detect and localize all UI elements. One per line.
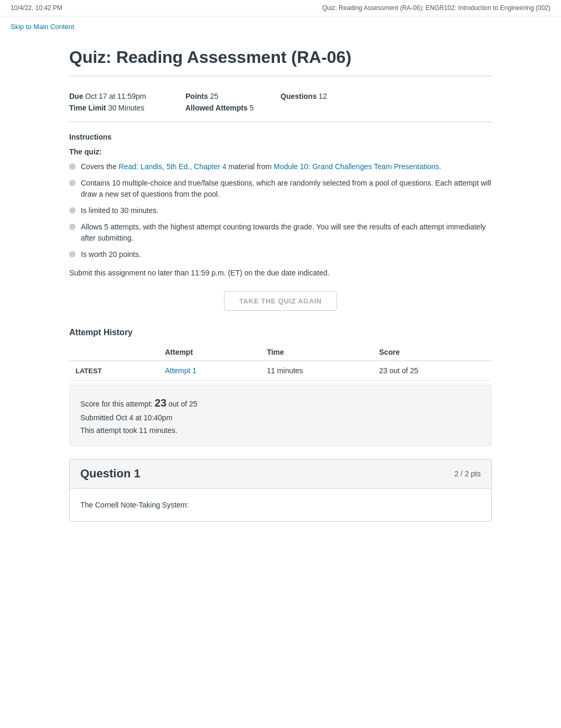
question1-title: Question 1 bbox=[80, 467, 141, 481]
allowed-attempts-label: Allowed Attempts bbox=[185, 104, 248, 112]
due-value: Oct 17 at 11:59pm bbox=[85, 92, 146, 100]
bullet-dot-icon bbox=[69, 224, 76, 230]
question1-section: Question 1 2 / 2 pts The Cornell Note-Ta… bbox=[69, 459, 492, 522]
time-cell: 11 minutes bbox=[260, 361, 373, 381]
list-item: Is limited to 30 minutes. bbox=[69, 205, 492, 216]
list-item: Is worth 20 points. bbox=[69, 249, 492, 260]
time-limit-meta: Time Limit 30 Minutes bbox=[69, 104, 185, 112]
col-header-time: Time bbox=[260, 344, 373, 361]
attempt1-link[interactable]: Attempt 1 bbox=[165, 366, 197, 375]
bullet-dot-icon bbox=[69, 163, 76, 170]
allowed-attempts-meta: Allowed Attempts 5 bbox=[185, 104, 280, 112]
page-title-topbar: Quiz: Reading Assessment (RA-06): ENGR10… bbox=[322, 4, 550, 12]
list-item: Allows 5 attempts, with the highest atte… bbox=[69, 222, 492, 244]
points-value: 25 bbox=[210, 92, 219, 100]
chapter4-link[interactable]: Read: Landis, 5th Ed., Chapter 4 bbox=[119, 162, 227, 171]
attempt-score-box: Score for this attempt: 23 out of 25 Sub… bbox=[69, 385, 492, 446]
take-quiz-wrapper: TAKE THE QUIZ AGAIN bbox=[69, 291, 492, 311]
score-summary-line: Score for this attempt: 23 out of 25 bbox=[80, 394, 481, 412]
attempt-history-heading: Attempt History bbox=[69, 328, 492, 337]
questions-meta: Questions 12 bbox=[280, 92, 492, 100]
questions-value: 12 bbox=[319, 92, 327, 100]
points-label: Points bbox=[185, 92, 208, 100]
col-header-latest bbox=[69, 344, 158, 361]
list-item-text-3: Is limited to 30 minutes. bbox=[81, 205, 158, 216]
attempt-history-section: Attempt History Attempt Time Score LATES… bbox=[69, 328, 492, 381]
list-item-text-4: Allows 5 attempts, with the highest atte… bbox=[81, 222, 492, 244]
time-limit-value: 30 Minutes bbox=[108, 104, 144, 112]
quiz-title: Quiz: Reading Assessment (RA-06) bbox=[69, 48, 492, 76]
bullet-dot-icon bbox=[69, 207, 76, 214]
score-suffix: out of 25 bbox=[166, 400, 197, 408]
instructions-section: Instructions The quiz: Covers the Read: … bbox=[69, 133, 492, 279]
col-header-attempt: Attempt bbox=[158, 344, 260, 361]
instructions-heading: Instructions bbox=[69, 133, 492, 141]
duration-text: This attempt took 11 minutes. bbox=[80, 425, 481, 437]
points-meta: Points 25 bbox=[185, 92, 280, 100]
score-bold-value: 23 bbox=[155, 397, 166, 409]
table-header-row: Attempt Time Score bbox=[69, 344, 492, 361]
allowed-attempts-value: 5 bbox=[250, 104, 254, 112]
question1-body: The Cornell Note-Taking System: bbox=[70, 489, 491, 521]
submitted-text: Submitted Oct 4 at 10:40pm bbox=[80, 412, 481, 425]
list-item-text-1: Covers the Read: Landis, 5th Ed., Chapte… bbox=[81, 161, 441, 172]
list-item-text-2: Contains 10 multiple-choice and true/fal… bbox=[81, 178, 492, 200]
the-quiz-heading: The quiz: bbox=[69, 148, 492, 156]
list-item: Contains 10 multiple-choice and true/fal… bbox=[69, 178, 492, 200]
latest-label: LATEST bbox=[69, 361, 158, 381]
datetime-label: 10/4/22, 10:42 PM bbox=[11, 4, 62, 12]
quiz-meta: Due Oct 17 at 11:59pm Points 25 Question… bbox=[69, 85, 492, 122]
questions-label: Questions bbox=[280, 92, 316, 100]
module10-link[interactable]: Module 10: Grand Challenges Team Present… bbox=[274, 162, 439, 171]
instructions-list: Covers the Read: Landis, 5th Ed., Chapte… bbox=[69, 161, 492, 260]
due-meta: Due Oct 17 at 11:59pm bbox=[69, 92, 185, 100]
take-quiz-again-button[interactable]: TAKE THE QUIZ AGAIN bbox=[224, 291, 337, 311]
bullet-dot-icon bbox=[69, 251, 76, 257]
question1-text: The Cornell Note-Taking System: bbox=[80, 499, 481, 511]
bullet-dot-icon bbox=[69, 180, 76, 186]
latest-badge: LATEST bbox=[76, 367, 102, 375]
list-item: Covers the Read: Landis, 5th Ed., Chapte… bbox=[69, 161, 492, 172]
due-label: Due bbox=[69, 92, 83, 100]
time-limit-label: Time Limit bbox=[69, 104, 106, 112]
submit-note: Submit this assignment no later than 11:… bbox=[69, 268, 492, 279]
score-cell: 23 out of 25 bbox=[373, 361, 492, 381]
list-item-text-5: Is worth 20 points. bbox=[81, 249, 141, 260]
question1-pts: 2 / 2 pts bbox=[454, 469, 481, 478]
skip-to-main-link[interactable]: Skip to Main Content bbox=[0, 16, 561, 37]
question1-header: Question 1 2 / 2 pts bbox=[70, 459, 491, 489]
table-row: LATEST Attempt 1 11 minutes 23 out of 25 bbox=[69, 361, 492, 381]
attempt-table: Attempt Time Score LATEST Attempt 1 11 m… bbox=[69, 344, 492, 381]
col-header-score: Score bbox=[373, 344, 492, 361]
attempt-cell: Attempt 1 bbox=[158, 361, 260, 381]
